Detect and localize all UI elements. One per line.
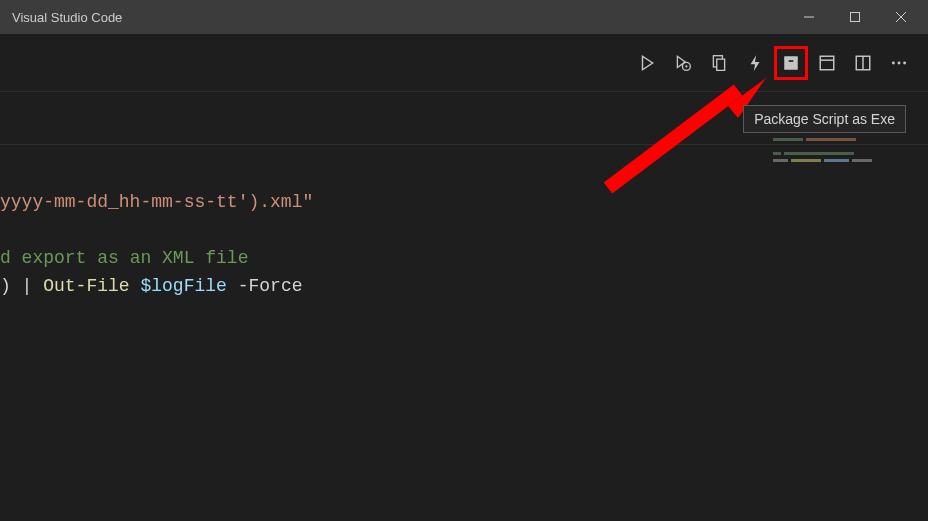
svg-point-15 [898,61,901,64]
svg-rect-8 [784,56,798,59]
svg-rect-10 [820,56,834,70]
code-comment-prefix: d [0,248,11,268]
svg-point-14 [892,61,895,64]
svg-rect-1 [851,13,860,22]
code-cmdlet: Out-File [43,276,129,296]
svg-line-18 [608,90,738,188]
split-editor-icon[interactable] [846,46,880,80]
code-pipe: | [11,276,43,296]
minimize-button[interactable] [786,0,832,34]
svg-point-5 [685,65,687,67]
debug-settings-icon[interactable] [666,46,700,80]
copy-file-icon[interactable] [702,46,736,80]
annotation-arrow [598,78,773,198]
editor-divider [0,144,928,145]
editor-toolbar [0,34,928,92]
code-paren: ) [0,276,11,296]
code-variable: $logFile [140,276,226,296]
tooltip-package-script: Package Script as Exe [743,105,906,133]
lightning-icon[interactable] [738,46,772,80]
window-controls [786,0,924,34]
maximize-button[interactable] [832,0,878,34]
svg-point-16 [903,61,906,64]
panel-icon[interactable] [810,46,844,80]
code-editor[interactable]: yyyy-mm-dd_hh-mm-ss-tt').xml" d export a… [0,162,313,300]
titlebar: Visual Studio Code [0,0,928,34]
code-parameter: -Force [238,276,303,296]
package-script-icon[interactable] [774,46,808,80]
more-icon[interactable] [882,46,916,80]
close-button[interactable] [878,0,924,34]
code-comment: export as an XML file [11,248,249,268]
titlebar-title: Visual Studio Code [12,10,122,25]
svg-rect-9 [789,60,794,62]
code-string: yyyy-mm-dd_hh-mm-ss-tt').xml" [0,192,313,212]
run-icon[interactable] [630,46,664,80]
